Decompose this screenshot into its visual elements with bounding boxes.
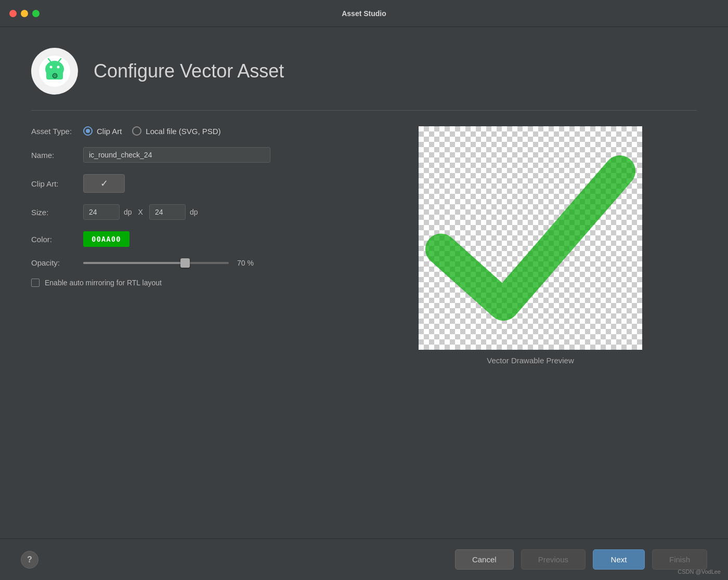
page-title: Configure Vector Asset (94, 60, 284, 82)
opacity-slider-fill (83, 262, 185, 264)
preview-label: Vector Drawable Preview (487, 356, 574, 365)
opacity-row: Opacity: 70 % (31, 258, 333, 267)
window-title: Asset Studio (342, 9, 386, 18)
form-preview-layout: Asset Type: Clip Art Local file (SVG, PS… (31, 126, 697, 538)
preview-section: Vector Drawable Preview (364, 126, 697, 538)
size-dp2: dp (190, 208, 198, 216)
size-inputs: dp X dp (83, 204, 198, 220)
app-logo: ⚙ (31, 48, 78, 95)
header-divider (31, 110, 697, 111)
next-button[interactable]: Next (593, 549, 645, 570)
asset-type-row: Asset Type: Clip Art Local file (SVG, PS… (31, 126, 333, 136)
header-section: ⚙ Configure Vector Asset (31, 27, 697, 110)
finish-label: Finish (669, 555, 690, 564)
help-button[interactable]: ? (21, 551, 38, 569)
cancel-button[interactable]: Cancel (455, 549, 514, 570)
watermark: CSDN @VodLee (678, 569, 721, 575)
clip-art-checkmark: ✓ (100, 178, 108, 189)
color-button[interactable]: 00AA00 (83, 231, 129, 247)
asset-type-radio-group: Clip Art Local file (SVG, PSD) (83, 126, 221, 136)
clip-art-radio-label: Clip Art (97, 127, 122, 136)
close-button[interactable] (9, 10, 17, 17)
clip-art-button[interactable]: ✓ (83, 174, 125, 193)
size-dp1: dp (124, 208, 132, 216)
window-controls[interactable] (9, 10, 40, 17)
opacity-value: 70 % (237, 259, 258, 267)
previous-button[interactable]: Previous (521, 549, 586, 570)
clip-art-row: Clip Art: ✓ (31, 174, 333, 193)
main-content: ⚙ Configure Vector Asset Asset Type: Cli… (0, 27, 728, 538)
asset-type-label: Asset Type: (31, 127, 83, 136)
color-row: Color: 00AA00 (31, 231, 333, 247)
clip-art-radio-outer (83, 126, 93, 136)
local-file-radio-outer (132, 126, 141, 136)
footer-right: Cancel Previous Next Finish (455, 549, 707, 570)
size-height-input[interactable] (149, 204, 186, 220)
opacity-controls: 70 % (83, 259, 258, 267)
rtl-checkbox[interactable] (31, 279, 40, 287)
help-icon: ? (27, 555, 32, 564)
clip-art-option[interactable]: Clip Art (83, 126, 122, 136)
opacity-slider-thumb[interactable] (180, 258, 190, 268)
svg-text:⚙: ⚙ (51, 72, 58, 80)
form-section: Asset Type: Clip Art Local file (SVG, PS… (31, 126, 333, 538)
footer: ? Cancel Previous Next Finish (0, 538, 728, 580)
size-x: X (138, 208, 143, 216)
local-file-radio-label: Local file (SVG, PSD) (146, 127, 220, 136)
rtl-checkbox-row[interactable]: Enable auto mirroring for RTL layout (31, 279, 333, 287)
cancel-label: Cancel (472, 555, 497, 564)
clip-art-label: Clip Art: (31, 179, 83, 188)
next-label: Next (611, 555, 627, 564)
opacity-slider-track[interactable] (83, 262, 229, 264)
name-label: Name: (31, 151, 83, 160)
color-label: Color: (31, 235, 83, 244)
color-value: 00AA00 (92, 235, 121, 243)
preview-svg (419, 126, 642, 350)
size-row: Size: dp X dp (31, 204, 333, 220)
finish-button[interactable]: Finish (652, 549, 707, 570)
maximize-button[interactable] (32, 10, 40, 17)
minimize-button[interactable] (21, 10, 28, 17)
name-input[interactable] (83, 147, 270, 163)
opacity-label: Opacity: (31, 258, 83, 267)
name-row: Name: (31, 147, 333, 163)
previous-label: Previous (538, 555, 568, 564)
preview-canvas (419, 126, 642, 350)
size-label: Size: (31, 208, 83, 217)
rtl-label: Enable auto mirroring for RTL layout (45, 279, 162, 287)
svg-point-2 (50, 66, 53, 69)
size-width-input[interactable] (83, 204, 120, 220)
logo-svg: ⚙ (38, 55, 71, 88)
footer-left: ? (21, 551, 455, 569)
clip-art-radio-inner (86, 129, 90, 133)
local-file-option[interactable]: Local file (SVG, PSD) (132, 126, 220, 136)
title-bar: Asset Studio (0, 0, 728, 27)
svg-point-3 (57, 66, 60, 69)
